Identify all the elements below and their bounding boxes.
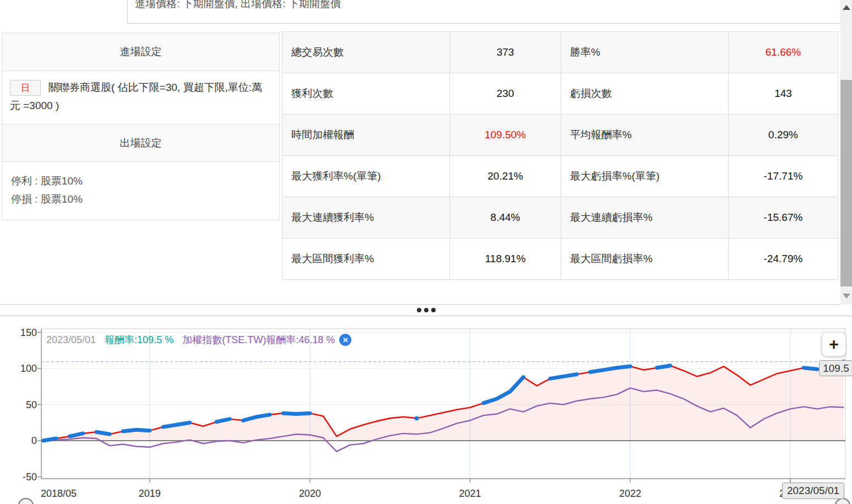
topbar: 進場價格: 下期開盤價, 出場價格: 下期開盤價 bbox=[0, 0, 840, 24]
x-axis-tick-label: 2021 bbox=[459, 488, 481, 500]
entry-rule-text: 關聯券商選股( 佔比下限=30, 買超下限,單位:萬元 =3000 ) bbox=[10, 82, 262, 111]
stat-label: 最大連續獲利率% bbox=[283, 197, 450, 239]
stat-label: 總交易次數 bbox=[283, 32, 450, 73]
stat-value: 109.50% bbox=[450, 115, 561, 156]
backtest-stats-table: 總交易次數 373 勝率% 61.66% 獲利次數 230 虧損次數 143 時… bbox=[282, 31, 838, 280]
x-axis-tick-label: 2020 bbox=[299, 488, 321, 500]
stat-value: 61.66% bbox=[729, 32, 838, 73]
legend-index-return: 加權指數(TSE.TW)報酬率:46.18 % bbox=[182, 333, 335, 346]
zoom-in-button[interactable]: + bbox=[822, 332, 846, 356]
chart-legend: 2023/05/01 報酬率:109.5 % 加權指數(TSE.TW)報酬率:4… bbox=[46, 333, 351, 346]
stat-value: -15.67% bbox=[729, 197, 838, 239]
settings-panel: 進場設定 日關聯券商選股( 佔比下限=30, 買超下限,單位:萬元 =3000 … bbox=[2, 32, 280, 220]
y-axis-tick-label: 100 bbox=[12, 363, 37, 375]
stat-label: 時間加權報酬 bbox=[283, 115, 450, 156]
x-axis-tick-label: 2022 bbox=[619, 488, 641, 500]
y-axis-tick-label: -50 bbox=[12, 471, 37, 483]
scrollbar-thumb[interactable] bbox=[840, 80, 852, 286]
stop-loss-rule: 停損 : 股票10% bbox=[11, 190, 270, 208]
splitter-grip-icon[interactable] bbox=[417, 308, 436, 312]
y-axis-tick-label: 50 bbox=[12, 399, 37, 410]
table-row: 最大連續獲利率% 8.44% 最大連續虧損率% -15.67% bbox=[283, 197, 838, 239]
stat-label: 最大獲利率%(單筆) bbox=[283, 156, 450, 197]
exit-settings-content: 停利 : 股票10% 停損 : 股票10% bbox=[2, 162, 279, 208]
stat-label: 最大區間獲利率% bbox=[283, 239, 450, 280]
x-axis-tick-label: 2019 bbox=[139, 488, 161, 500]
stat-label: 最大區間虧損率% bbox=[561, 239, 729, 280]
table-row: 最大獲利率%(單筆) 20.21% 最大虧損率%(單筆) -17.71% bbox=[283, 156, 838, 197]
y-axis-tick-label: 150 bbox=[12, 327, 37, 338]
scroll-up-arrow-icon[interactable] bbox=[843, 5, 850, 10]
x-axis-tick-label: 2018/05 bbox=[41, 488, 77, 500]
scroll-down-arrow-icon[interactable] bbox=[843, 294, 850, 299]
stat-value: 0.29% bbox=[729, 115, 838, 156]
stat-value: 230 bbox=[450, 73, 561, 115]
stat-value: 118.91% bbox=[450, 239, 561, 280]
table-row: 總交易次數 373 勝率% 61.66% bbox=[283, 32, 838, 73]
legend-strategy-return: 報酬率:109.5 % bbox=[105, 333, 173, 346]
stat-value: 8.44% bbox=[450, 197, 561, 239]
stat-value: -24.79% bbox=[729, 239, 838, 280]
table-row: 時間加權報酬 109.50% 平均報酬率% 0.29% bbox=[283, 115, 838, 156]
exit-settings-header: 出場設定 bbox=[2, 124, 279, 162]
table-row: 最大區間獲利率% 118.91% 最大區間虧損率% -24.79% bbox=[283, 239, 838, 280]
stat-label: 獲利次數 bbox=[283, 73, 450, 115]
y-axis-tick-label: 0 bbox=[12, 435, 37, 447]
topbar-left-box bbox=[0, 0, 128, 24]
stat-value: 373 bbox=[450, 32, 561, 73]
stat-value: 143 bbox=[729, 73, 838, 115]
take-profit-rule: 停利 : 股票10% bbox=[11, 172, 270, 190]
close-icon[interactable]: ✕ bbox=[339, 334, 351, 346]
stat-label: 平均報酬率% bbox=[561, 115, 729, 156]
stat-label: 虧損次數 bbox=[561, 73, 729, 115]
vertical-scrollbar[interactable] bbox=[840, 0, 852, 305]
frequency-badge: 日 bbox=[10, 80, 41, 96]
entry-settings-content: 日關聯券商選股( 佔比下限=30, 買超下限,單位:萬元 =3000 ) bbox=[2, 71, 279, 124]
stat-value: -17.71% bbox=[729, 156, 838, 197]
y-cursor-value: 109.5 bbox=[819, 360, 852, 376]
table-row: 獲利次數 230 虧損次數 143 bbox=[283, 73, 838, 115]
legend-date: 2023/05/01 bbox=[46, 334, 96, 346]
entry-settings-header: 進場設定 bbox=[2, 33, 279, 71]
price-note: 進場價格: 下期開盤價, 出場價格: 下期開盤價 bbox=[135, 0, 341, 11]
panel-splitter[interactable] bbox=[0, 304, 852, 316]
stat-label: 最大虧損率%(單筆) bbox=[561, 156, 729, 197]
stat-label: 勝率% bbox=[561, 32, 729, 73]
stat-label: 最大連續虧損率% bbox=[561, 197, 729, 239]
stat-value: 20.21% bbox=[450, 156, 561, 197]
x-cursor-date: 2023/05/01 bbox=[782, 483, 844, 499]
